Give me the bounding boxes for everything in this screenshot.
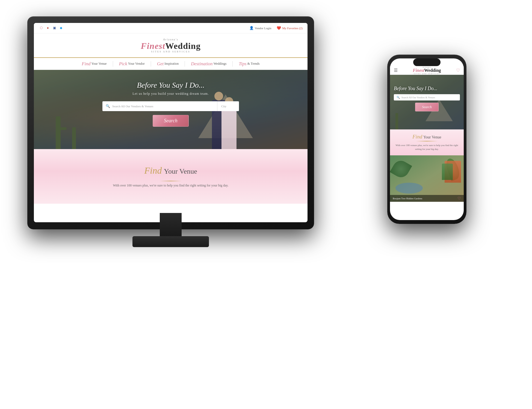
search-input-placeholder[interactable]: Search All Our Vendors & Venues (112, 105, 153, 108)
venue-favorite-icon[interactable]: ♡ (457, 196, 461, 201)
person-icon: 👤 (249, 26, 254, 30)
nav-find-venue[interactable]: Find Your Venue (76, 61, 113, 67)
my-favorites-label[interactable]: My Favorites (2) (282, 26, 303, 30)
social-icons: ⬡ ● ▣ ◆ (39, 26, 63, 31)
city-input[interactable]: City (217, 101, 239, 111)
phone-logo-wedding: Wedding (424, 68, 441, 73)
nav-pick-regular: Your Vendor (128, 62, 145, 66)
phone-body: ☰ Arizona's Finest Wedding Sites and Ser… (387, 55, 466, 224)
top-bar-right: 👤 Vendor Login ❤️ My Favorites (2) (249, 26, 303, 30)
pinterest-icon[interactable]: ● (45, 26, 50, 31)
cactus-decoration-2 (72, 127, 76, 149)
gold-divider (160, 181, 182, 181)
facebook-icon[interactable]: ▣ (52, 26, 57, 31)
logo-area: Arizona's Finest Wedding Sites and Servi… (34, 33, 308, 58)
nav-pick-vendor[interactable]: Pick Your Vendor (113, 61, 151, 67)
nav-tips-regular: & Trends (247, 62, 260, 66)
scene: ⬡ ● ▣ ◆ 👤 Vendor Login ❤️ (0, 0, 532, 409)
phone-venue-image: Boojum Tree Hidden Gardens ♡ (390, 155, 464, 202)
phone-find-regular: Your Venue (423, 135, 441, 139)
water-decoration (395, 183, 423, 194)
phone-top-bar: ☰ Arizona's Finest Wedding Sites and Ser… (390, 66, 464, 75)
logo-finest: Finest (141, 42, 165, 50)
desktop-website: ⬡ ● ▣ ◆ 👤 Vendor Login ❤️ (34, 23, 308, 222)
leaf-decoration (390, 158, 412, 180)
phone-heart-icon[interactable]: ♡ (456, 68, 460, 73)
find-venue-regular: Your Venue (164, 167, 197, 175)
phone-venue-caption: Boojum Tree Hidden Gardens ♡ (390, 195, 464, 202)
phone-logo-finest: Finest (413, 68, 424, 73)
nav-pick-script: Pick (119, 61, 127, 67)
search-icon: 🔍 (106, 104, 110, 108)
monitor-stand-base (132, 236, 209, 247)
hero-section: Before You Say I Do... Let us help you b… (34, 70, 308, 149)
city-placeholder[interactable]: City (221, 105, 226, 108)
phone-hamburger-icon[interactable]: ☰ (394, 68, 398, 73)
search-input-container[interactable]: 🔍 Search All Our Vendors & Venues (102, 101, 217, 111)
venue-name: Boojum Tree Hidden Gardens (393, 197, 422, 200)
hero-title: Before You Say I Do... (137, 81, 205, 90)
search-button[interactable]: Search (153, 115, 188, 127)
nav-bar: Find Your Venue Pick Your Vendor Get Ins… (34, 58, 308, 70)
nav-get-regular: Inspiration (164, 62, 179, 66)
top-bar: ⬡ ● ▣ ◆ 👤 Vendor Login ❤️ (34, 23, 308, 33)
phone-notch (413, 58, 441, 66)
nav-get-script: Get (157, 61, 164, 67)
monitor: ⬡ ● ▣ ◆ 👤 Vendor Login ❤️ (27, 16, 314, 262)
find-venue-script: Find (144, 165, 162, 176)
phone-hero-title: Before You Say I Do... (394, 86, 460, 91)
nav-dest-script: Destination (191, 61, 212, 67)
monitor-screen: ⬡ ● ▣ ◆ 👤 Vendor Login ❤️ (34, 23, 308, 222)
twitter-icon[interactable]: ◆ (58, 26, 63, 31)
phone-cactus (395, 113, 398, 129)
phone-screen: ☰ Arizona's Finest Wedding Sites and Ser… (390, 58, 464, 220)
phone-search-button[interactable]: Search (415, 103, 439, 111)
find-venue-title: Find Your Venue (144, 165, 197, 176)
monitor-body: ⬡ ● ▣ ◆ 👤 Vendor Login ❤️ (27, 16, 314, 229)
phone-find-venue: Find Your Venue With over 100 venues plu… (390, 129, 464, 155)
nav-dest-regular: Weddings (214, 62, 227, 66)
phone-search-placeholder[interactable]: Search All Our Vendors & Venues (401, 96, 435, 99)
instagram-icon[interactable]: ⬡ (39, 26, 44, 31)
search-bar: 🔍 Search All Our Vendors & Venues City (102, 101, 239, 111)
phone-search-bar[interactable]: 🔍 Search All Our Vendors & Venues (394, 94, 460, 100)
monitor-stand-neck (160, 213, 182, 236)
phone-search-icon: 🔍 (397, 96, 400, 99)
phone-gold-divider (416, 141, 438, 141)
find-venue-description: With over 100 venues plus, we're sure to… (113, 183, 228, 188)
nav-tips[interactable]: Tips & Trends (233, 61, 265, 67)
phone-find-script: Find (412, 134, 422, 140)
hero-content: Before You Say I Do... Let us help you b… (34, 70, 308, 127)
nav-get-inspiration[interactable]: Get Inspiration (151, 61, 185, 67)
nav-tips-script: Tips (239, 61, 246, 67)
logo-wedding: Wedding (165, 42, 201, 50)
phone-logo-subtitle: Sites and Services (414, 73, 440, 75)
vendor-login-label[interactable]: Vendor Login (255, 26, 271, 30)
phone-hero-content: Before You Say I Do... 🔍 Search All Our … (390, 75, 464, 115)
logo-subtitle: Sites and Services (151, 50, 190, 53)
phone-find-desc: With over 100 venues plus, we're sure to… (394, 144, 460, 151)
vendor-login[interactable]: 👤 Vendor Login (249, 26, 271, 30)
phone-find-title: Find Your Venue (394, 134, 460, 140)
phone: ☰ Arizona's Finest Wedding Sites and Ser… (387, 55, 466, 224)
find-venue-section: Find Your Venue With over 100 venues plu… (34, 149, 308, 204)
nav-find-script: Find (82, 61, 90, 67)
nav-destination[interactable]: Destination Weddings (185, 61, 233, 67)
heart-icon: ❤️ (277, 26, 281, 30)
logo-arizona: Arizona's (163, 38, 178, 41)
hero-subtitle: Let us help you build your wedding dream… (132, 92, 209, 96)
search-btn-row: Search (153, 115, 188, 127)
nav-find-regular: Your Venue (91, 62, 107, 66)
my-favorites[interactable]: ❤️ My Favorites (2) (277, 26, 303, 30)
phone-hero: Before You Say I Do... 🔍 Search All Our … (390, 75, 464, 129)
